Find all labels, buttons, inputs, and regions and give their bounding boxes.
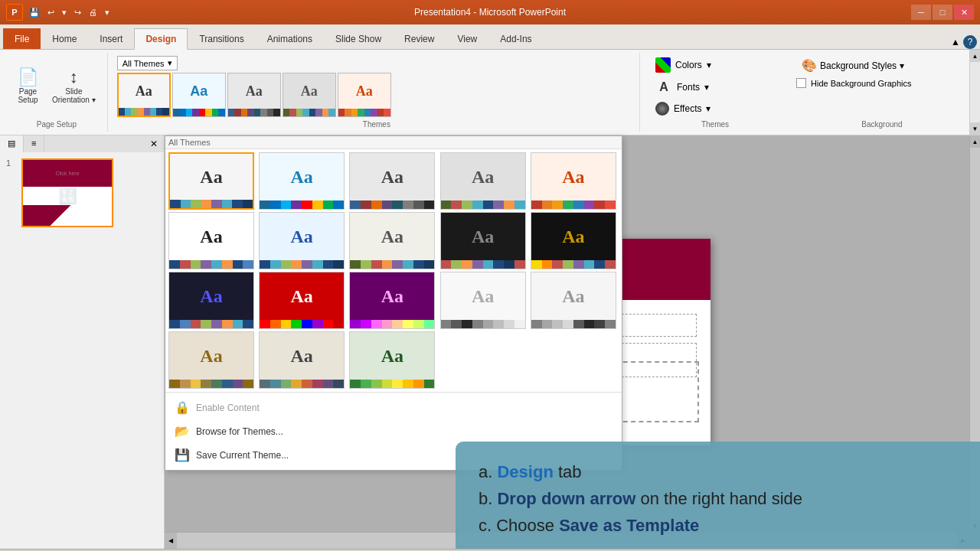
tooltip-line-c: c. Choose Save as Template — [479, 512, 980, 539]
ribbon-expand-btn[interactable]: ▲ — [951, 37, 960, 47]
hide-bg-checkbox[interactable] — [796, 78, 806, 88]
browse-icon: 📂 — [175, 424, 190, 439]
theme-mini-1[interactable]: Aa — [172, 73, 226, 117]
themes-group: All Themes ▾ AaAaAaAaAa Themes — [114, 53, 640, 132]
bg-styles-icon: 🎨 — [802, 58, 817, 73]
theme-full-16[interactable]: Aa — [259, 331, 345, 389]
hscroll-left[interactable]: ◀ — [165, 533, 177, 549]
quick-access-more[interactable]: ▾ — [102, 6, 113, 19]
theme-full-1[interactable]: Aa — [259, 152, 345, 210]
tab-animations[interactable]: Animations — [256, 28, 324, 49]
colors-icon — [655, 57, 671, 73]
themes-grid: AaAaAaAaAa — [117, 73, 636, 117]
themes-dropdown-arrow: ▾ — [168, 58, 172, 68]
browse-themes-item[interactable]: 📂 Browse for Themes... — [165, 419, 622, 443]
tab-transitions[interactable]: Transitions — [188, 28, 255, 49]
fonts-arrow: ▾ — [704, 82, 709, 93]
quick-access-toolbar: 💾 ↩ ▾ ↪ 🖨 ▾ — [26, 6, 113, 19]
theme-mini-2[interactable]: Aa — [227, 73, 281, 117]
tab-insert[interactable]: Insert — [88, 28, 134, 49]
themes-customize-label: Themes — [652, 120, 778, 129]
background-group: 🎨 Background Styles ▾ Hide Background Gr… — [790, 53, 974, 132]
effects-btn[interactable]: Effects ▾ — [652, 100, 778, 117]
tooltip-dropdown-highlight: Drop down arrow — [497, 489, 635, 508]
theme-full-7[interactable]: Aa — [349, 212, 435, 269]
vscroll-up[interactable]: ▲ — [970, 135, 980, 148]
fonts-btn[interactable]: A Fonts ▾ — [652, 77, 778, 97]
enable-content-icon: 🔒 — [175, 400, 190, 415]
theme-full-4[interactable]: Aa — [531, 152, 616, 210]
page-setup-label: PageSetup — [18, 87, 38, 104]
theme-full-9[interactable]: Aa — [531, 212, 616, 269]
enable-content-item[interactable]: 🔒 Enable Content — [165, 396, 622, 419]
theme-full-3[interactable]: Aa — [440, 152, 526, 210]
ribbon-scroll-down[interactable]: ▼ — [970, 122, 980, 135]
maximize-btn[interactable]: □ — [933, 5, 952, 20]
tab-addins[interactable]: Add-Ins — [488, 28, 543, 49]
slide-panel-close-btn[interactable]: ✕ — [144, 135, 164, 152]
page-setup-buttons: 📄 PageSetup ↕ SlideOrientation ▾ — [12, 56, 101, 117]
main-area: ▤ ≡ ✕ 1 Click here 🔣 All Themes — [0, 135, 980, 549]
close-btn[interactable]: ✕ — [954, 5, 974, 20]
orientation-icon: ↕ — [70, 69, 78, 86]
theme-full-5[interactable]: Aa — [168, 212, 254, 269]
tooltip-line-a: a. Design tab — [479, 458, 980, 485]
theme-full-6[interactable]: Aa — [259, 212, 345, 269]
print-quick-btn[interactable]: 🖨 — [86, 6, 100, 18]
theme-full-11[interactable]: Aa — [259, 272, 345, 329]
slide-tab-outline[interactable]: ≡ — [24, 135, 44, 152]
themes-header: All Themes ▾ — [117, 56, 636, 70]
ribbon-content: 📄 PageSetup ↕ SlideOrientation ▾ Page Se… — [0, 49, 980, 135]
orientation-label: SlideOrientation ▾ — [52, 87, 96, 104]
undo-arrow[interactable]: ▾ — [59, 6, 70, 19]
theme-full-10[interactable]: Aa — [168, 272, 254, 329]
theme-full-8[interactable]: Aa — [440, 212, 526, 269]
tab-view[interactable]: View — [446, 28, 488, 49]
tab-file[interactable]: File — [3, 28, 41, 49]
theme-full-0[interactable]: Aa — [168, 152, 254, 210]
undo-quick-btn[interactable]: ↩ — [44, 6, 57, 19]
theme-mini-3[interactable]: Aa — [283, 73, 336, 117]
colors-btn[interactable]: Colors ▾ — [652, 56, 778, 74]
theme-full-15[interactable]: Aa — [168, 331, 254, 389]
tooltip-line-b: b. Drop down arrow on the right hand sid… — [479, 485, 980, 512]
theme-full-13[interactable]: Aa — [440, 272, 526, 329]
theme-mini-4[interactable]: Aa — [338, 73, 391, 117]
effects-label: Effects — [674, 103, 701, 114]
ribbon: File Home Insert Design Transitions Anim… — [0, 24, 980, 135]
theme-mini-0[interactable]: Aa — [117, 73, 171, 117]
redo-quick-btn[interactable]: ↪ — [71, 6, 84, 19]
slide-tab-grid[interactable]: ▤ — [0, 135, 24, 152]
theme-full-12[interactable]: Aa — [349, 272, 435, 329]
tab-design[interactable]: Design — [134, 28, 188, 50]
hide-bg-label: Hide Background Graphics — [811, 79, 911, 88]
themes-dropdown-label: All Themes — [122, 59, 165, 68]
themes-customize-group: Colors ▾ A Fonts ▾ Effects ▾ Themes — [646, 53, 784, 132]
slide-list: 1 Click here 🔣 — [0, 152, 164, 549]
page-setup-btn[interactable]: 📄 PageSetup — [12, 65, 44, 108]
background-group-label: Background — [796, 120, 968, 129]
slide-orientation-btn[interactable]: ↕ SlideOrientation ▾ — [47, 65, 101, 108]
colors-label: Colors — [675, 60, 702, 70]
help-btn[interactable]: ? — [963, 35, 977, 49]
effects-arrow: ▾ — [706, 103, 710, 114]
browse-themes-label: Browse for Themes... — [196, 426, 283, 437]
slide-panel-tabs: ▤ ≡ ✕ — [0, 135, 164, 152]
themes-dropdown-panel: All Themes AaAaAaAaAaAaAaAaAaAaAaAaAaAaA… — [165, 135, 622, 471]
tab-review[interactable]: Review — [393, 28, 446, 49]
ribbon-scroll-up[interactable]: ▲ — [970, 50, 980, 62]
themes-dropdown-btn[interactable]: All Themes ▾ — [117, 56, 178, 70]
slide-1-thumb[interactable]: Click here 🔣 — [21, 158, 113, 227]
fonts-label: Fonts — [677, 82, 700, 93]
theme-full-17[interactable]: Aa — [349, 331, 435, 389]
tooltip-design-highlight: Design — [497, 462, 553, 481]
minimize-btn[interactable]: ─ — [911, 5, 931, 20]
ribbon-scrollbar[interactable]: ▲ ▼ — [969, 50, 980, 135]
theme-full-2[interactable]: Aa — [349, 152, 435, 210]
tab-home[interactable]: Home — [41, 28, 88, 49]
tab-slideshow[interactable]: Slide Show — [324, 28, 393, 49]
page-setup-group-label: Page Setup — [37, 117, 77, 129]
background-styles-btn[interactable]: 🎨 Background Styles ▾ — [796, 56, 968, 75]
save-quick-btn[interactable]: 💾 — [26, 6, 43, 19]
theme-full-14[interactable]: Aa — [531, 272, 616, 329]
